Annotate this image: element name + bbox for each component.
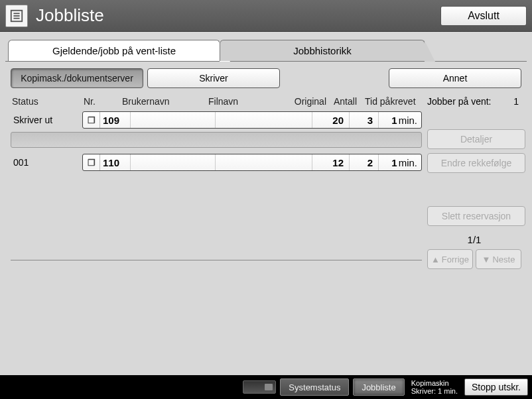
- header-original: Original: [280, 96, 326, 107]
- document-icon: ❐: [83, 154, 100, 170]
- job-count: 2: [350, 154, 379, 170]
- details-button[interactable]: Detaljer: [427, 129, 525, 149]
- page-indicator: 1/1: [427, 234, 521, 245]
- joblist-footer-button[interactable]: Jobbliste: [353, 378, 404, 396]
- reorder-button[interactable]: Endre rekkefølge: [427, 153, 525, 173]
- tab-label: Gjeldende/jobb på vent-liste: [52, 45, 176, 56]
- job-nr: 109: [100, 112, 131, 128]
- exit-button[interactable]: Avslutt: [440, 6, 527, 26]
- system-status-button[interactable]: Systemstatus: [280, 378, 349, 396]
- footer-bar: Systemstatus Jobbliste Kopimaskin Skrive…: [0, 375, 532, 399]
- header-time: Tid påkrevet: [360, 96, 419, 107]
- filter-printer-button[interactable]: Skriver: [147, 68, 280, 88]
- job-row-button[interactable]: ❐ 110 12 2 1min.: [82, 154, 422, 171]
- table-row: 001 ❐ 110 12 2 1min.: [11, 153, 422, 172]
- job-status-label: Skriver ut: [11, 115, 82, 125]
- footer-status-text: Kopimaskin Skriver: 1 min.: [409, 379, 460, 395]
- tab-current-jobs[interactable]: Gjeldende/jobb på vent-liste: [8, 40, 220, 61]
- side-panel: Jobber på vent: 1 Detaljer Endre rekkefø…: [422, 95, 521, 269]
- job-time: 1min.: [379, 154, 421, 170]
- tab-bar: Gjeldende/jobb på vent-liste Jobbhistori…: [0, 32, 532, 61]
- page-title: Jobbliste: [36, 5, 432, 26]
- header-status: Status: [12, 96, 84, 107]
- job-count: 3: [350, 112, 379, 128]
- tab-label: Jobbhistorikk: [293, 45, 352, 56]
- prev-page-button[interactable]: ▲Forrige: [427, 249, 473, 269]
- job-time: 1min.: [379, 112, 421, 128]
- filter-toolbar: Kopimask./dokumentserver Skriver Annet: [11, 68, 521, 88]
- toner-indicator-icon: [243, 380, 276, 394]
- next-page-button[interactable]: ▼Neste: [476, 249, 521, 269]
- triangle-down-icon: ▼: [482, 255, 491, 264]
- main-area: Gjeldende/jobb på vent-liste Jobbhistori…: [0, 32, 532, 375]
- job-original: 20: [312, 112, 350, 128]
- header-nr: Nr.: [84, 96, 122, 107]
- section-divider: [11, 132, 422, 148]
- table-row: Skriver ut ❐ 109 20 3 1min.: [11, 111, 422, 129]
- pending-jobs-count: 1: [513, 96, 519, 107]
- title-bar: Jobbliste Avslutt: [0, 0, 532, 32]
- header-count: Antall: [326, 96, 360, 107]
- filter-copier-button[interactable]: Kopimask./dokumentserver: [11, 68, 143, 88]
- job-user: [131, 154, 216, 170]
- job-table: Status Nr. Brukernavn Filnavn Original A…: [11, 95, 422, 269]
- header-file: Filnavn: [208, 96, 280, 107]
- filter-other-button[interactable]: Annet: [389, 68, 521, 88]
- job-nr: 110: [100, 154, 131, 170]
- tab-job-history[interactable]: Jobbhistorikk: [220, 40, 425, 61]
- table-headers: Status Nr. Brukernavn Filnavn Original A…: [11, 95, 422, 111]
- header-user: Brukernavn: [122, 96, 208, 107]
- panel-bottom-edge: [11, 258, 422, 260]
- document-icon: ❐: [83, 112, 100, 128]
- job-status-label: 001: [11, 157, 82, 168]
- pending-jobs-label: Jobber på vent:: [427, 96, 492, 107]
- job-file: [216, 154, 312, 170]
- job-file: [216, 112, 312, 128]
- joblist-icon: [5, 5, 28, 27]
- job-row-button[interactable]: ❐ 109 20 3 1min.: [82, 111, 422, 129]
- job-user: [131, 112, 216, 128]
- stop-print-button[interactable]: Stopp utskr.: [464, 378, 528, 396]
- triangle-up-icon: ▲: [431, 255, 440, 264]
- content-panel: Kopimask./dokumentserver Skriver Annet S…: [5, 61, 527, 274]
- delete-reservation-button[interactable]: Slett reservasjon: [427, 206, 525, 226]
- job-original: 12: [312, 154, 350, 170]
